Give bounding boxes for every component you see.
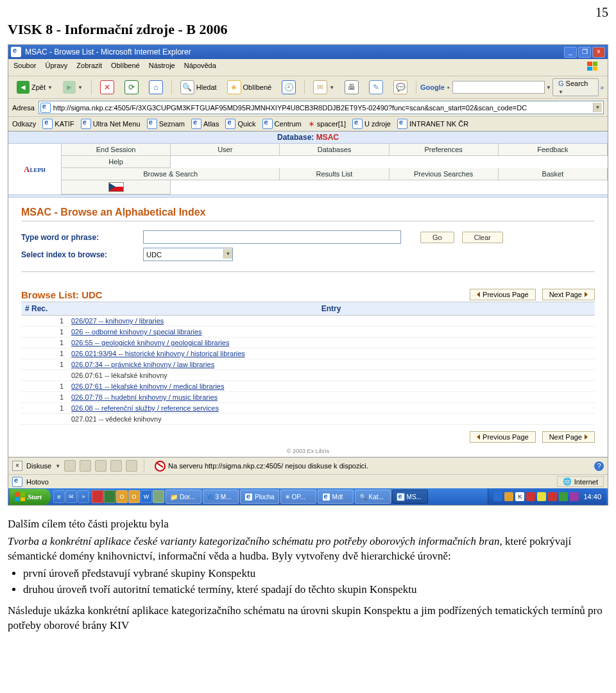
discuss-icon[interactable] [126, 460, 137, 472]
tray-icon[interactable] [537, 492, 546, 501]
link-atlas[interactable]: Atlas [191, 119, 219, 129]
entry-cell: 026.021:93/94 -- historické knihovny / h… [67, 348, 595, 359]
link-quick[interactable]: Quick [225, 119, 255, 129]
nav-browse-search[interactable]: Browse & Search [62, 168, 280, 180]
link-uzdroje[interactable]: U zdroje [352, 119, 391, 129]
task-item[interactable]: ✳OP... [280, 490, 316, 504]
entry-link[interactable]: 026.07:61 -- lékařské knihovny / medical… [71, 382, 224, 390]
link-spacer[interactable]: ✶spacer[1] [308, 119, 346, 129]
entry-link[interactable]: 026.08 -- referenční služby / reference … [71, 404, 219, 412]
favorites-button[interactable]: ★Oblíbené [223, 78, 277, 96]
ql-icon[interactable]: O [116, 490, 128, 503]
mail-button[interactable]: ✉▼ [309, 78, 339, 96]
nav-preferences[interactable]: Preferences [389, 144, 499, 156]
forward-button[interactable]: ►▼ [58, 79, 87, 96]
menu-view[interactable]: Zobrazit [76, 62, 102, 73]
google-search-input[interactable] [452, 81, 545, 94]
task-item[interactable]: 🔍Kat... [355, 490, 391, 504]
tray-icon[interactable] [504, 492, 513, 501]
entry-link[interactable]: 026.021:93/94 -- historické knihovny / h… [71, 350, 245, 357]
entry-link[interactable]: 026.07:78 -- hudební knihovny / music li… [71, 393, 218, 401]
discuss-icon[interactable] [80, 460, 91, 472]
discuss-icon[interactable] [64, 460, 76, 472]
nav-feedback[interactable]: Feedback [499, 144, 608, 156]
task-item[interactable]: 📁Dor... [166, 490, 201, 504]
task-item-active[interactable]: MS... [392, 490, 428, 504]
nav-language-flag[interactable] [62, 180, 171, 194]
edit-button[interactable]: ✎ [364, 78, 388, 96]
address-input[interactable] [51, 104, 593, 112]
entry-link[interactable]: 026:55 -- geologické knihovny / geologic… [71, 339, 229, 346]
tray-icon[interactable] [559, 492, 568, 501]
nav-basket[interactable]: Basket [499, 168, 608, 180]
prev-page-button-bottom[interactable]: Previous Page [470, 431, 536, 443]
ql-icon[interactable]: W [141, 490, 152, 503]
ql-icon[interactable]: O [128, 490, 140, 503]
link-centrum[interactable]: Centrum [262, 119, 302, 129]
maximize-button[interactable]: ❐ [578, 47, 591, 58]
close-button[interactable]: × [592, 47, 605, 58]
tray-icon[interactable]: K [515, 492, 524, 501]
discuss-close[interactable]: × [12, 461, 22, 471]
link-ultranet[interactable]: Ultra Net Menu [81, 119, 141, 129]
entry-link[interactable]: 026.07:34 -- právnické knihovny / law li… [71, 361, 214, 368]
menu-edit[interactable]: Úpravy [45, 62, 67, 73]
nav-results[interactable]: Results List [280, 168, 389, 180]
entry-link[interactable]: 026/027 -- knihovny / libraries [71, 317, 164, 325]
address-dropdown[interactable]: ▼ [593, 103, 602, 112]
stop-button[interactable]: ✕ [96, 78, 119, 96]
tray-icon[interactable] [570, 492, 579, 501]
nav-previous-searches[interactable]: Previous Searches [389, 168, 499, 180]
help-icon[interactable]: ? [594, 461, 604, 471]
discuss-icon[interactable] [110, 460, 122, 472]
menu-tools[interactable]: Nástroje [149, 62, 175, 73]
tray-icon[interactable] [548, 492, 557, 501]
aleph-logo: ALEPH [8, 144, 62, 194]
history-button[interactable]: 🕘 [277, 78, 300, 96]
clear-button[interactable]: Clear [462, 232, 503, 243]
nav-databases[interactable]: Databases [280, 144, 389, 156]
list-item: první úroveň představují vybrané skupiny… [23, 567, 608, 581]
menu-file[interactable]: Soubor [13, 62, 36, 73]
print-button[interactable]: 🖶 [340, 78, 363, 96]
task-item[interactable]: Plocha [240, 490, 279, 504]
nav-end-session[interactable]: End Session [62, 144, 171, 156]
refresh-button[interactable]: ⟳ [120, 78, 143, 96]
minimize-button[interactable]: _ [564, 47, 577, 58]
ql-icon[interactable]: ✉ [65, 490, 77, 503]
search-button[interactable]: 🔍Hledat [176, 78, 221, 96]
task-item[interactable]: Mdt [318, 490, 354, 504]
discuss-icon[interactable] [95, 460, 107, 472]
prev-page-button-top[interactable]: Previous Page [470, 289, 536, 300]
links-label: Odkazy [12, 120, 36, 128]
link-seznam[interactable]: Seznam [147, 119, 185, 129]
link-intranet[interactable]: INTRANET NK ČR [397, 119, 468, 129]
nav-user[interactable]: User [171, 144, 280, 156]
start-button[interactable]: Start [10, 489, 51, 505]
input-type-word[interactable] [143, 230, 401, 244]
tray-icon[interactable] [493, 492, 502, 501]
ql-icon[interactable] [104, 490, 116, 503]
discuss-label[interactable]: Diskuse [26, 462, 51, 470]
ql-icon[interactable] [92, 490, 103, 503]
back-button[interactable]: ◄ Zpět▼ [12, 79, 57, 96]
next-page-button-top[interactable]: Next Page [542, 289, 595, 300]
task-item[interactable]: W3 M... [203, 490, 239, 504]
menu-favorites[interactable]: Oblíbené [111, 62, 140, 73]
discuss-button[interactable]: 💬 [389, 78, 412, 96]
record-count: 1 [21, 338, 67, 348]
ql-icon[interactable]: e [53, 490, 65, 503]
next-page-button-bottom[interactable]: Next Page [542, 431, 595, 443]
nav-help[interactable]: Help [62, 156, 171, 168]
ql-icon[interactable] [153, 490, 164, 503]
go-button[interactable]: Go [420, 232, 454, 243]
record-count: 1 [21, 392, 67, 402]
page-content: Database: MSAC ALEPH End Session User Da… [8, 132, 608, 457]
menu-help[interactable]: Nápověda [184, 62, 216, 73]
tray-icon[interactable] [526, 492, 535, 501]
entry-link[interactable]: 026 -- odborné knihovny / special librar… [71, 328, 202, 336]
google-search-button[interactable]: G Search ▼ [552, 78, 599, 96]
link-katif[interactable]: KATIF [42, 119, 74, 129]
home-button[interactable]: ⌂ [144, 78, 167, 96]
select-index[interactable]: UDC▼ [143, 248, 233, 261]
